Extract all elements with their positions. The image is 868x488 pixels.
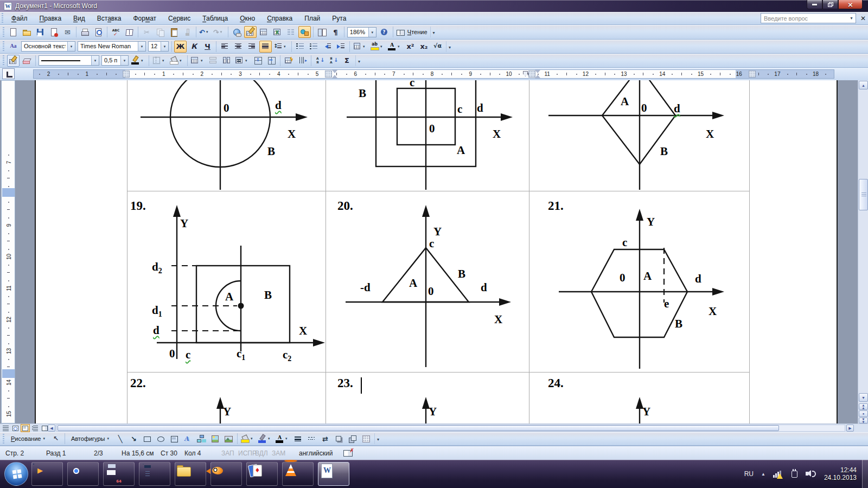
line-style-combobox[interactable]: ▾	[39, 55, 99, 66]
hidden-icons-icon[interactable]: ▲	[761, 472, 765, 477]
rectangle-button[interactable]	[141, 433, 154, 445]
toolbar-drag-handle[interactable]	[3, 55, 4, 66]
format-painter-button[interactable]	[181, 26, 194, 38]
line-button[interactable]: ╲	[114, 433, 126, 445]
dropdown-arrow-icon[interactable]: ▾	[201, 59, 206, 63]
spelling-status-icon[interactable]	[343, 449, 353, 457]
permission-button[interactable]	[48, 26, 60, 38]
font-size-combobox[interactable]: 12▾	[148, 41, 169, 52]
text-box-button[interactable]	[168, 433, 181, 445]
dropdown-arrow-icon[interactable]: ▾	[120, 56, 128, 65]
menu-Рута[interactable]: Рута	[326, 12, 352, 25]
toolbar-options-chevron[interactable]: ▾	[374, 433, 381, 444]
dropdown-arrow-icon[interactable]: ▾	[141, 59, 146, 63]
menu-Плай[interactable]: Плай	[298, 12, 326, 25]
line-color-button[interactable]: ▾	[257, 433, 273, 445]
open-button[interactable]	[21, 26, 33, 38]
clock[interactable]: 12:44 24.10.2013	[824, 466, 857, 481]
copy-button[interactable]	[154, 26, 167, 38]
language-indicator[interactable]: RU	[744, 470, 754, 478]
line-spacing-button[interactable]: ▾	[273, 41, 289, 53]
shadow-style-button[interactable]	[333, 433, 345, 445]
zoom-combobox[interactable]: 186%▾	[347, 27, 376, 37]
taskbar-vlc[interactable]	[282, 462, 314, 486]
document-map-button[interactable]	[316, 26, 328, 38]
3d-style-button[interactable]	[346, 433, 359, 445]
toolbar-options-chevron[interactable]: ▾	[355, 55, 362, 66]
autosum-button[interactable]: Σ	[341, 55, 353, 67]
save-button[interactable]	[34, 26, 47, 38]
clip-art-button[interactable]	[209, 433, 221, 445]
power-icon[interactable]	[789, 469, 800, 479]
subscript-button[interactable]: x₂	[418, 41, 430, 53]
show-hide-marks-button[interactable]: ¶	[329, 26, 342, 38]
arrow-style-button[interactable]: ⇄	[319, 433, 331, 445]
dropdown-arrow-icon[interactable]: ▾	[398, 44, 403, 49]
dropdown-arrow-icon[interactable]: ▾	[180, 59, 184, 63]
menu-Формат[interactable]: Формат	[127, 12, 162, 25]
dropdown-arrow-icon[interactable]: ▾	[268, 436, 273, 441]
dropdown-arrow-icon[interactable]: ▾	[285, 436, 290, 441]
scroll-up-icon[interactable]: ▲	[859, 81, 868, 89]
align-center-button[interactable]	[232, 41, 245, 53]
insert-hyperlink-button[interactable]	[231, 26, 243, 38]
horizontal-scroll-thumb[interactable]	[58, 425, 779, 431]
close-button[interactable]: ×	[838, 0, 863, 9]
grid-button[interactable]	[360, 433, 372, 445]
close-document-icon[interactable]: ✕	[860, 14, 866, 23]
view-print-button[interactable]	[21, 424, 30, 432]
highlight-button[interactable]: ▾	[369, 41, 386, 53]
table-row-marker[interactable]	[2, 188, 15, 197]
menu-Сервис[interactable]: Сервис	[162, 12, 196, 25]
dropdown-arrow-icon[interactable]: ▾	[138, 42, 145, 51]
dropdown-arrow-icon[interactable]: ▾	[245, 59, 250, 63]
autoshapes-button[interactable]: Автофигуры▾	[67, 433, 113, 445]
insert-table-button[interactable]	[258, 26, 270, 38]
increase-indent-button[interactable]	[335, 41, 347, 53]
wordart-button[interactable]	[182, 433, 194, 445]
taskbar-media-player[interactable]	[31, 462, 63, 486]
taskbar-calculator[interactable]	[139, 462, 170, 486]
dropdown-arrow-icon[interactable]: ▾	[251, 436, 256, 441]
insert-picture-button[interactable]	[222, 433, 235, 445]
italic-button[interactable]: К	[188, 41, 200, 53]
vertical-scrollbar[interactable]: ▲ ▼ ▲ ▲ ● ▼ ▼	[858, 80, 868, 423]
style-combobox[interactable]: Основной текст▾	[21, 41, 75, 52]
equation-button[interactable]	[431, 41, 444, 53]
horizontal-scrollbar[interactable]	[56, 425, 845, 432]
menu-Справка[interactable]: Справка	[261, 12, 298, 25]
dropdown-arrow-icon[interactable]: ▾	[363, 44, 368, 49]
eraser-button[interactable]	[21, 55, 33, 67]
cut-button[interactable]: ✂	[141, 26, 153, 38]
vertical-ruler[interactable]: 789101112131415	[1, 80, 15, 423]
email-button[interactable]: ✉	[61, 26, 74, 38]
drawing-button[interactable]	[298, 26, 311, 38]
dropdown-arrow-icon[interactable]: ▾	[91, 56, 99, 65]
scroll-down-icon[interactable]: ▼	[859, 393, 868, 402]
document-page[interactable]: 0dXBcBcd0AXA0dXB19.Yd2d1d0cc1c2ABX20.YcB…	[35, 80, 838, 423]
select-objects-button[interactable]	[50, 433, 62, 445]
vertical-scroll-thumb[interactable]	[859, 179, 868, 210]
align-left-button[interactable]	[219, 41, 231, 53]
table-autoformat-button[interactable]	[283, 55, 295, 67]
bold-button[interactable]: Ж	[174, 41, 187, 53]
indent-marker[interactable]	[535, 70, 540, 78]
borders-button[interactable]: ▾	[352, 41, 368, 53]
dropdown-arrow-icon[interactable]: ▾	[220, 30, 225, 34]
table-column-marker[interactable]	[123, 70, 130, 78]
font-combobox[interactable]: Times New Roman▾	[78, 41, 146, 52]
shading-color-button[interactable]: ▾	[169, 55, 185, 67]
taskbar-solitaire[interactable]	[246, 462, 278, 486]
draw-table-button[interactable]	[7, 55, 20, 67]
taskbar-floppy-app[interactable]: 64	[103, 462, 135, 486]
taskbar-word[interactable]	[318, 462, 349, 486]
table-row-marker[interactable]	[2, 369, 15, 378]
print-preview-button[interactable]	[92, 26, 105, 38]
line-weight-combobox[interactable]: 0,5 п▾	[101, 55, 129, 66]
help-button[interactable]	[378, 26, 391, 38]
toolbar-options-chevron[interactable]: ▾	[446, 41, 453, 52]
align-right-button[interactable]	[246, 41, 258, 53]
dropdown-arrow-icon[interactable]: ▾	[67, 42, 75, 51]
horizontal-ruler[interactable]: 21123456789101112131415161718	[33, 69, 834, 79]
start-button[interactable]	[4, 462, 28, 486]
